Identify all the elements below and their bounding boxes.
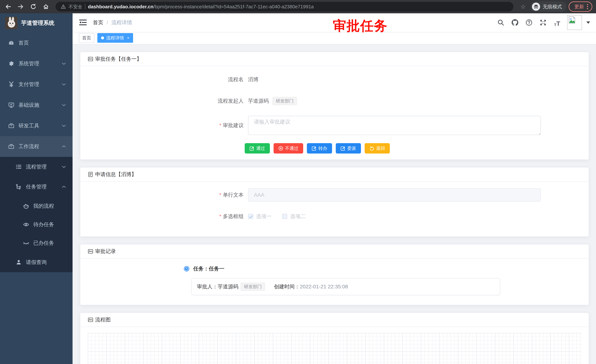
comment-row: *审批建议	[88, 116, 581, 135]
process-diagram-card: 流程图	[80, 313, 589, 364]
gear-icon	[8, 60, 15, 67]
monitor-icon	[8, 102, 15, 108]
sidebar-item-label: 流程管理	[26, 163, 47, 170]
reject-button[interactable]: 不通过	[274, 143, 303, 153]
home-icon[interactable]	[41, 1, 51, 12]
sidebar-item-my-process[interactable]: 我的流程	[0, 197, 73, 215]
checkbox-option-1: 选项一	[248, 213, 272, 220]
forward-icon[interactable]	[15, 1, 26, 12]
comment-textarea[interactable]	[248, 116, 541, 135]
initiator-label: 流程发起人	[88, 97, 248, 104]
single-line-text-row: *单行文本 AAA	[88, 188, 581, 202]
eye-icon	[23, 221, 29, 228]
tab-home[interactable]: 首页	[79, 33, 94, 43]
chevron-down-icon	[62, 166, 66, 168]
breadcrumb: 首页 / 流程详情	[93, 19, 132, 26]
sidebar-item-infrastructure[interactable]: 基础设施	[0, 95, 73, 116]
checkbox-group-row: *多选框组 选项一 选项二	[88, 210, 581, 223]
picture-icon	[88, 317, 93, 323]
sidebar: 芋道管理系统 首页 系统管理 支付管理 基础设施	[0, 13, 73, 364]
sidebar-item-task-management[interactable]: 任务管理	[0, 177, 73, 197]
browser-menu-icon[interactable]	[587, 4, 588, 9]
update-label: 更新	[574, 4, 584, 10]
sidebar-item-dev-tools[interactable]: 研发工具	[0, 116, 73, 136]
sidebar-item-label: 工作流程	[19, 143, 39, 150]
address-bar[interactable]: 不安全 dashboard.yudao.iocoder.cn/bpm/proce…	[56, 2, 514, 11]
picture-icon	[88, 56, 93, 62]
picture-icon	[88, 248, 93, 254]
reload-icon[interactable]	[28, 1, 38, 12]
sidebar-item-payment[interactable]: 支付管理	[0, 74, 73, 95]
sidebar-logo[interactable]: 芋道管理系统	[0, 13, 73, 33]
card-header: 审批任务【任务一】	[80, 52, 589, 66]
initiator-row: 流程发起人 芋道源码 研发部门	[88, 94, 581, 108]
created-value: 2022-01-21 22:35:08	[300, 284, 348, 290]
bookmark-star-icon[interactable]: ☆	[518, 1, 528, 12]
sidebar-item-label: 任务管理	[26, 183, 47, 190]
sidebar-item-label: 我的流程	[33, 203, 54, 210]
process-name-value: 滔博	[248, 76, 258, 83]
approval-records-card: 审批记录 任务：任务一 审批人： 芋道源码 研发部门	[80, 244, 589, 305]
chevron-up-icon	[62, 186, 66, 188]
font-size-icon[interactable]: TT	[553, 19, 561, 27]
approve-button[interactable]: 通过	[245, 143, 270, 153]
url-text: dashboard.yudao.iocoder.cn/bpm/process-i…	[88, 4, 314, 10]
sidebar-item-leave-query[interactable]: 请假查询	[0, 252, 73, 272]
transfer-button[interactable]: 转办	[307, 143, 332, 153]
sidebar-filler	[0, 272, 73, 364]
chevron-down-icon	[62, 62, 66, 65]
delegate-button[interactable]: 委派	[336, 143, 361, 153]
bpmn-canvas[interactable]	[88, 333, 581, 364]
card-title: 流程图	[95, 316, 111, 323]
incognito-icon	[532, 3, 540, 11]
sidebar-item-todo-tasks[interactable]: 待办任务	[0, 215, 73, 234]
sidebar-item-label: 已办任务	[33, 240, 54, 247]
tags-view-bar: 首页 流程详情 ×	[73, 32, 596, 44]
warning-icon	[61, 4, 66, 9]
return-button[interactable]: 退回	[365, 143, 390, 153]
yen-icon	[8, 81, 15, 87]
tab-process-detail[interactable]: 流程详情 ×	[97, 33, 133, 43]
sidebar-item-label: 研发工具	[19, 122, 39, 129]
circle-close-icon	[278, 146, 283, 151]
browser-toolbar: 不安全 dashboard.yudao.iocoder.cn/bpm/proce…	[0, 0, 596, 13]
github-icon[interactable]	[511, 19, 519, 27]
list-icon	[15, 164, 22, 170]
close-icon[interactable]: ×	[127, 36, 129, 40]
incognito-label: 无痕模式	[543, 4, 562, 10]
breadcrumb-current: 流程详情	[112, 19, 132, 26]
breadcrumb-home[interactable]: 首页	[93, 19, 103, 26]
approval-timeline: 任务：任务一 审批人： 芋道源码 研发部门 创建时间： 2022-01-21 2…	[88, 265, 581, 295]
url-divider	[85, 4, 85, 9]
back-icon[interactable]	[3, 1, 13, 12]
update-button[interactable]: 更新	[569, 1, 592, 12]
search-icon[interactable]	[497, 19, 505, 27]
sidebar-item-workflow[interactable]: 工作流程	[0, 136, 73, 157]
department-tag: 研发部门	[241, 283, 265, 291]
checkbox-icon	[282, 214, 287, 219]
process-name-label: 流程名	[88, 76, 248, 83]
edit-icon	[341, 146, 345, 151]
document-icon	[88, 172, 93, 177]
fullscreen-icon[interactable]	[539, 19, 547, 27]
face-icon	[23, 203, 29, 209]
comment-label: *审批建议	[88, 122, 248, 129]
dashboard-icon	[8, 40, 15, 46]
refresh-left-icon	[369, 146, 374, 151]
approval-task-card: 审批任务【任务一】 流程名 滔博 流程发起人 芋道源码 研发部门	[80, 52, 589, 160]
sidebar-item-label: 基础设施	[19, 102, 39, 109]
checkbox-group: 选项一 选项二	[248, 213, 306, 220]
sidebar-item-system[interactable]: 系统管理	[0, 53, 73, 74]
sidebar-item-home[interactable]: 首页	[0, 33, 73, 53]
help-icon[interactable]	[525, 19, 533, 27]
sidebar-collapse-icon[interactable]	[79, 19, 87, 27]
avatar-caret-icon[interactable]	[586, 22, 590, 24]
sidebar-item-process-management[interactable]: 流程管理	[0, 157, 73, 177]
task-title: 任务：任务一	[193, 265, 224, 272]
avatar[interactable]	[567, 15, 582, 30]
sidebar-item-done-tasks[interactable]: 已办任务	[0, 234, 73, 252]
application-info-card: 申请信息【滔博】 *单行文本 AAA *多选框组 选项一	[80, 167, 589, 237]
sidebar-item-label: 请假查询	[26, 259, 47, 266]
created-label: 创建时间：	[274, 283, 300, 290]
single-line-text-label: *单行文本	[88, 191, 248, 198]
